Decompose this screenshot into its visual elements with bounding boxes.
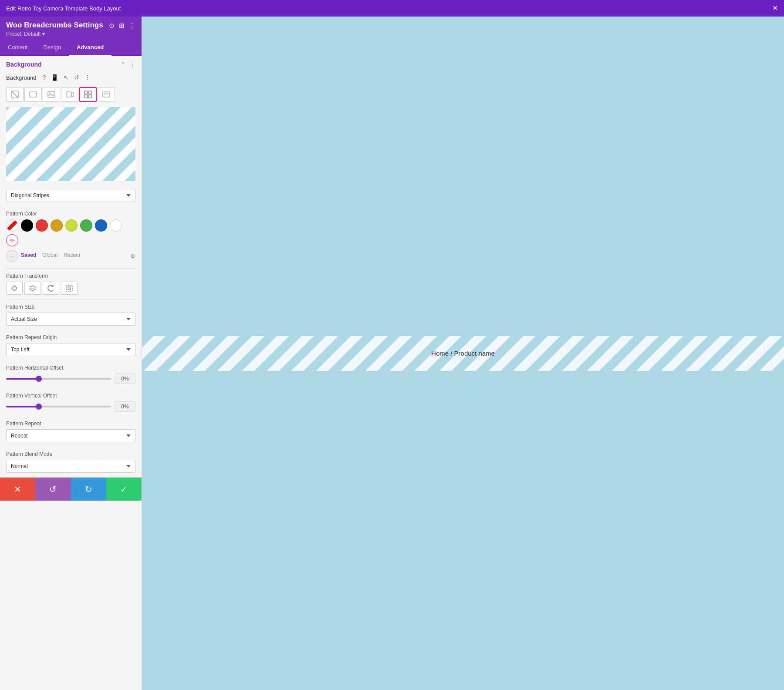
tab-advanced[interactable]: Advanced <box>69 40 112 56</box>
color-tab-global[interactable]: Global <box>42 252 57 258</box>
pattern-repeat-label: Pattern Repeat <box>6 421 135 427</box>
color-swatch-lime[interactable] <box>65 219 78 232</box>
bg-type-none[interactable] <box>6 87 24 102</box>
cursor-icon[interactable]: ↖ <box>63 73 70 82</box>
more-options-icon[interactable]: ⋮ <box>129 22 135 30</box>
save-button[interactable]: ✓ <box>106 478 142 501</box>
pattern-repeat-origin-section: Pattern Repeat Origin Top Left Top Cente… <box>0 330 142 360</box>
canvas-area: Home / Product name <box>142 17 784 690</box>
background-label: Background <box>6 74 36 81</box>
flip-h-btn[interactable] <box>6 282 23 295</box>
pattern-size-label: Pattern Size <box>6 304 135 310</box>
color-tab-saved[interactable]: Saved <box>21 252 36 258</box>
bg-type-pattern[interactable] <box>79 87 97 102</box>
breadcrumb-text: Home / Product name <box>431 350 495 357</box>
bg-type-classic[interactable] <box>24 87 42 102</box>
cancel-button[interactable]: ✕ <box>0 478 35 501</box>
color-picker-icon[interactable]: ✏ <box>6 234 18 246</box>
pattern-blend-mode-section: Pattern Blend Mode Normal Multiply Scree… <box>0 447 142 477</box>
color-swatch-red[interactable] <box>36 219 48 232</box>
section-title: Background <box>6 61 42 68</box>
bg-type-selector <box>0 85 142 105</box>
pattern-repeat-section: Pattern Repeat Repeat Repeat X Repeat Y … <box>0 416 142 447</box>
svg-rect-7 <box>88 91 91 94</box>
pattern-repeat-origin-select[interactable]: Top Left Top Center Top Right Center Lef… <box>6 343 135 356</box>
pattern-type-section: Diagonal Stripes Dots Grid Circles Zigza… <box>0 185 142 206</box>
layout-icon[interactable]: ⊞ <box>119 22 125 30</box>
color-swatch-black[interactable] <box>21 219 33 232</box>
pattern-repeat-origin-label: Pattern Repeat Origin <box>6 334 135 340</box>
bg-type-slideshow[interactable] <box>98 87 115 102</box>
bg-type-video[interactable] <box>61 87 78 102</box>
pattern-v-offset-section: Pattern Vertical Offset 0% <box>0 388 142 416</box>
pattern-size-select[interactable]: Actual Size Cover Contain Custom <box>6 313 135 326</box>
h-offset-slider-row: 0% <box>6 374 135 384</box>
bg-type-image[interactable] <box>43 87 60 102</box>
svg-line-0 <box>12 91 18 98</box>
more-colors-btn[interactable]: ··· <box>6 250 18 262</box>
panel-title: Woo Breadcrumbs Settings <box>6 21 103 30</box>
v-offset-value: 0% <box>115 401 135 412</box>
pattern-type-select[interactable]: Diagonal Stripes Dots Grid Circles Zigza… <box>6 189 135 202</box>
breadcrumb-stripe: Home / Product name <box>142 336 784 371</box>
pattern-h-offset-section: Pattern Horizontal Offset 0% <box>0 360 142 388</box>
svg-rect-6 <box>84 91 88 94</box>
tab-design[interactable]: Design <box>36 40 69 55</box>
pattern-blend-mode-label: Pattern Blend Mode <box>6 451 135 457</box>
pattern-blend-mode-select[interactable]: Normal Multiply Screen Overlay Darken Li… <box>6 460 135 473</box>
pattern-color-section: Pattern Color ✏ ··· Saved <box>0 206 142 268</box>
responsive-icon[interactable]: ⊙ <box>109 22 115 30</box>
color-tabs: Saved Global Recent <box>21 251 80 261</box>
more-bg-icon[interactable]: ⋮ <box>84 73 91 82</box>
svg-point-4 <box>49 93 51 94</box>
undo-button[interactable]: ↺ <box>35 478 71 501</box>
h-offset-slider[interactable] <box>6 378 111 380</box>
color-swatch-transparent[interactable] <box>6 219 18 232</box>
color-settings-icon[interactable]: ⚙ <box>130 253 135 259</box>
v-offset-slider[interactable] <box>6 406 111 407</box>
color-swatch-blue[interactable] <box>95 219 107 232</box>
svg-rect-5 <box>66 92 71 97</box>
svg-rect-14 <box>66 285 72 291</box>
collapse-icon[interactable]: ⌃ <box>121 61 126 68</box>
preset-selector[interactable]: Preset: Default ▾ <box>6 31 45 37</box>
pattern-transform-label: Pattern Transform <box>6 273 135 279</box>
color-swatch-green[interactable] <box>80 219 92 232</box>
title-bar: Edit Retro Toy Camera Template Body Layo… <box>0 0 784 17</box>
redo-button[interactable]: ↻ <box>71 478 106 501</box>
window-title: Edit Retro Toy Camera Template Body Layo… <box>6 5 121 12</box>
tab-content[interactable]: Content <box>0 40 36 55</box>
bottom-toolbar: ✕ ↺ ↻ ✓ <box>0 477 142 501</box>
reset-icon[interactable]: ↺ <box>73 73 80 82</box>
section-menu-icon[interactable]: ⋮ <box>129 61 135 68</box>
pattern-preview <box>6 107 135 181</box>
pattern-h-offset-label: Pattern Horizontal Offset <box>6 365 135 371</box>
v-offset-slider-row: 0% <box>6 401 135 412</box>
transform-buttons <box>6 282 135 295</box>
flip-v-btn[interactable] <box>24 282 41 295</box>
pattern-v-offset-label: Pattern Vertical Offset <box>6 393 135 399</box>
svg-rect-9 <box>88 95 91 98</box>
svg-rect-2 <box>30 92 37 97</box>
color-swatch-yellow[interactable] <box>51 219 63 232</box>
h-offset-value: 0% <box>115 374 135 384</box>
tab-bar: Content Design Advanced <box>0 40 142 56</box>
color-swatch-white[interactable] <box>110 219 122 232</box>
svg-rect-3 <box>48 91 55 98</box>
pattern-transform-section: Pattern Transform <box>0 269 142 299</box>
svg-rect-8 <box>84 95 88 98</box>
svg-line-11 <box>8 222 16 229</box>
color-tab-recent[interactable]: Recent <box>64 252 80 258</box>
pattern-size-section: Pattern Size Actual Size Cover Contain C… <box>0 300 142 330</box>
rotate-btn[interactable] <box>43 282 59 295</box>
pattern-repeat-select[interactable]: Repeat Repeat X Repeat Y No Repeat Space… <box>6 429 135 442</box>
svg-rect-15 <box>68 287 71 289</box>
svg-rect-10 <box>103 92 110 97</box>
close-button[interactable]: ✕ <box>772 5 778 12</box>
help-icon[interactable]: ? <box>41 73 47 82</box>
background-row: Background ? 📱 ↖ ↺ ⋮ <box>0 71 142 85</box>
device-icon[interactable]: 📱 <box>50 73 59 82</box>
scale-btn[interactable] <box>61 282 78 295</box>
color-swatches: ✏ <box>6 219 135 246</box>
section-icons: ⌃ ⋮ <box>121 61 135 68</box>
